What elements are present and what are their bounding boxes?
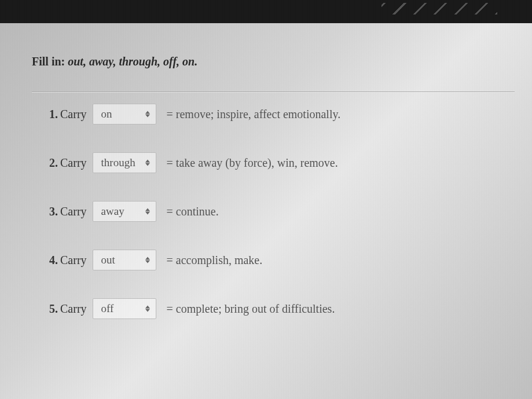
stepper-arrows-icon	[145, 306, 150, 312]
divider	[32, 91, 515, 92]
preposition-select[interactable]: on	[93, 104, 156, 125]
item-verb-label: Carry	[60, 302, 87, 316]
item-verb-label: Carry	[60, 254, 87, 267]
item-number: 1.	[49, 108, 58, 121]
definition-text: = continue.	[167, 205, 219, 218]
exercise-item: 3. Carry away = continue.	[49, 201, 515, 222]
stepper-arrows-icon	[145, 111, 150, 118]
preposition-select[interactable]: through	[93, 152, 156, 173]
stepper-arrows-icon	[145, 257, 150, 263]
exercise-item: 5. Carry off = complete; bring out of di…	[49, 298, 515, 319]
select-value: on	[101, 108, 112, 120]
select-value: off	[101, 302, 114, 315]
preposition-select[interactable]: away	[93, 201, 156, 222]
select-value: away	[101, 205, 124, 218]
instruction-words: out, away, through, off, on.	[68, 55, 197, 68]
select-value: out	[101, 254, 115, 266]
exercise-item: 2. Carry through = take away (by force),…	[49, 152, 515, 173]
definition-text: = take away (by force), win, remove.	[167, 156, 338, 170]
definition-text: = accomplish, make.	[167, 254, 263, 267]
stepper-arrows-icon	[145, 160, 150, 166]
item-number: 5.	[49, 302, 58, 316]
item-number: 3.	[49, 205, 58, 218]
exercise-container: Fill in: out, away, through, off, on. 1.…	[32, 55, 532, 370]
content-frame: Fill in: out, away, through, off, on. 1.…	[0, 23, 532, 370]
preposition-select[interactable]: out	[93, 250, 156, 270]
item-verb-label: Carry	[60, 108, 87, 121]
definition-text: = complete; bring out of difficulties.	[167, 302, 335, 316]
instruction-line: Fill in: out, away, through, off, on.	[32, 55, 515, 86]
item-verb-label: Carry	[60, 205, 87, 218]
exercise-item: 4. Carry out = accomplish, make.	[49, 250, 515, 270]
window-top-bar	[0, 0, 532, 23]
stepper-arrows-icon	[145, 208, 150, 215]
item-number: 2.	[49, 156, 58, 170]
exercise-item: 1. Carry on = remove; inspire, affect em…	[49, 104, 515, 125]
item-number: 4.	[49, 254, 58, 267]
item-verb-label: Carry	[60, 156, 87, 170]
instruction-prefix: Fill in:	[32, 55, 68, 68]
preposition-select[interactable]: off	[93, 298, 156, 319]
definition-text: = remove; inspire, affect emotionally.	[167, 108, 341, 121]
select-value: through	[101, 156, 135, 169]
